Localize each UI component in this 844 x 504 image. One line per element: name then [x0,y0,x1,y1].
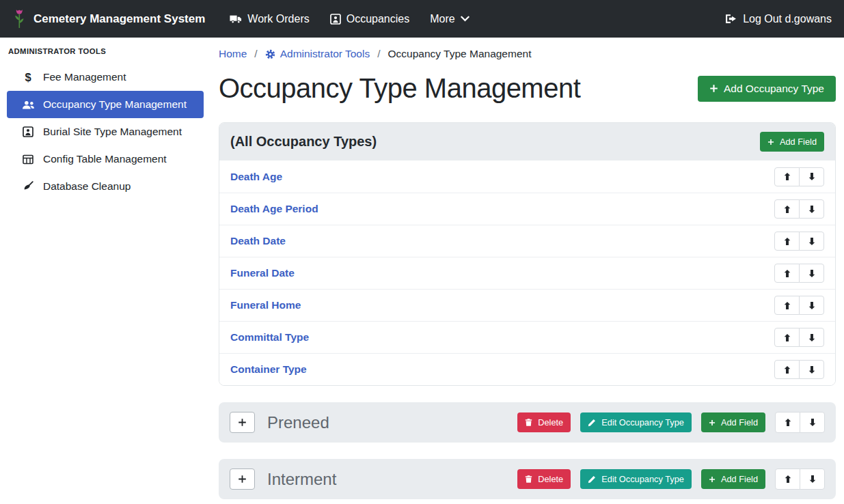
nav-more[interactable]: More [430,13,469,25]
main-content: Home / Administrator Tools / Occupancy T… [210,38,844,499]
users-icon [21,100,36,110]
all-occupancy-types-header: (All Occupancy Types) Add Field [219,123,835,160]
move-up-button[interactable] [775,412,800,433]
delete-button[interactable]: Delete [517,412,571,432]
breadcrumb-admin-tools-label: Administrator Tools [280,48,370,60]
flower-logo-icon[interactable] [12,8,27,29]
delete-button[interactable]: Delete [517,469,571,489]
field-link[interactable]: Container Type [230,363,307,376]
move-up-button[interactable] [774,360,800,379]
field-link[interactable]: Death Age [230,171,282,183]
trash-icon [525,418,532,427]
plus-icon [238,418,247,427]
add-occupancy-type-button[interactable]: Add Occupancy Type [698,76,836,102]
breadcrumb-separator: / [377,48,380,60]
add-field-button[interactable]: Add Field [701,469,765,489]
field-row: Container Type [219,353,835,385]
move-down-button[interactable] [799,167,824,186]
section-title: Interment [267,470,336,489]
expand-section-button[interactable] [230,468,255,490]
add-field-label: Add Field [721,474,758,484]
edit-occupancy-type-button[interactable]: Edit Occupancy Type [580,412,692,432]
expand-section-button[interactable] [230,412,255,433]
app-title[interactable]: Cemetery Management System [33,12,205,26]
field-link[interactable]: Funeral Date [230,267,295,279]
add-field-label: Add Field [780,137,817,147]
field-row: Death Age [219,160,835,193]
edit-occupancy-type-button[interactable]: Edit Occupancy Type [580,469,692,489]
field-row: Funeral Date [219,257,835,289]
arrow-up-icon [784,475,792,484]
sidebar-item-fee-management[interactable]: $ Fee Management [7,64,204,91]
section-preneed: Preneed Delete Edit Occupancy Type Add [219,402,836,443]
reorder-buttons [775,412,825,433]
arrow-down-icon [808,418,817,427]
breadcrumb: Home / Administrator Tools / Occupancy T… [219,46,836,62]
nav-occupancies-label: Occupancies [346,13,410,25]
section-actions: Delete Edit Occupancy Type Add Field [517,412,825,433]
broom-icon [21,181,36,192]
nav-work-orders-label: Work Orders [247,13,309,25]
move-up-button[interactable] [774,328,800,347]
move-down-button[interactable] [799,296,824,315]
arrow-up-icon [783,237,791,246]
logout-label: Log Out d.gowans [743,13,832,25]
nav-work-orders[interactable]: Work Orders [230,13,309,25]
reorder-buttons [774,328,824,347]
chevron-down-icon [461,16,469,22]
section-interment: Interment Delete Edit Occupancy Type A [219,459,836,499]
move-up-button[interactable] [774,296,800,315]
sidebar-item-database-cleanup[interactable]: Database Cleanup [7,173,204,200]
move-down-button[interactable] [799,264,824,283]
arrow-down-icon [808,269,816,278]
move-up-button[interactable] [774,199,800,219]
field-row: Committal Type [219,321,835,353]
logout-button[interactable]: Log Out d.gowans [725,13,832,25]
field-link[interactable]: Death Age Period [230,203,318,215]
nav-more-label: More [430,13,454,25]
sidebar-item-burial-site-type-management[interactable]: Burial Site Type Management [7,118,204,145]
plus-icon [709,476,716,483]
move-down-button[interactable] [799,360,824,379]
arrow-down-icon [808,172,816,181]
delete-label: Delete [538,417,563,428]
gear-icon [265,49,275,59]
plus-icon [709,419,716,426]
add-occupancy-type-label: Add Occupancy Type [724,83,824,95]
field-link[interactable]: Death Date [230,235,286,247]
move-down-button[interactable] [799,328,824,347]
move-up-button[interactable] [774,232,800,251]
sidebar-item-config-table-management[interactable]: Config Table Management [7,145,204,173]
nav-occupancies[interactable]: Occupancies [330,13,410,25]
arrow-up-icon [783,301,791,310]
move-down-button[interactable] [799,199,824,219]
add-field-label: Add Field [721,417,758,428]
add-field-button[interactable]: Add Field [760,132,824,152]
arrow-up-icon [783,269,791,278]
sidebar-item-label: Config Table Management [43,153,167,165]
field-row: Death Date [219,225,835,257]
arrow-down-icon [808,475,817,484]
move-down-button[interactable] [799,232,824,251]
breadcrumb-admin-tools-link[interactable]: Administrator Tools [265,48,370,60]
sidebar-item-occupancy-type-management[interactable]: Occupancy Type Management [7,91,204,118]
sign-out-icon [725,14,737,24]
add-field-button[interactable]: Add Field [701,412,765,432]
field-link[interactable]: Funeral Home [230,299,301,311]
move-down-button[interactable] [800,468,825,490]
top-navbar: Cemetery Management System Work Orders O… [0,0,844,38]
move-up-button[interactable] [775,468,800,490]
arrow-down-icon [808,301,816,310]
pencil-icon [588,419,596,427]
move-up-button[interactable] [774,264,800,283]
move-up-button[interactable] [774,167,800,186]
move-down-button[interactable] [800,412,825,433]
sidebar-item-label: Occupancy Type Management [43,98,187,111]
arrow-down-icon [808,205,816,214]
field-link[interactable]: Committal Type [230,331,309,344]
edit-occupancy-type-label: Edit Occupancy Type [601,474,684,484]
arrow-up-icon [783,172,791,181]
sidebar-heading: Administrator Tools [0,38,210,64]
breadcrumb-current: Occupancy Type Management [388,48,532,60]
breadcrumb-home-link[interactable]: Home [219,48,247,60]
